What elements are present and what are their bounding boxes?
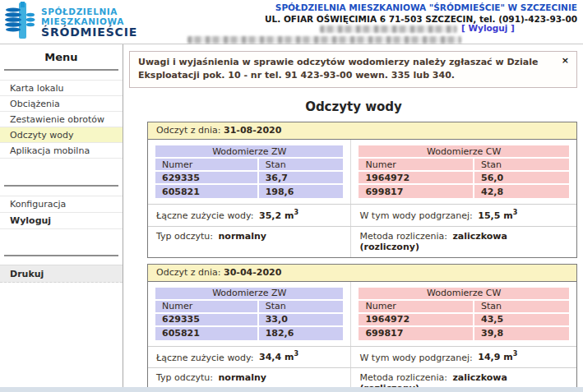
sidebar-divider	[4, 185, 118, 187]
zw-table-title: Wodomierze ZW	[155, 145, 343, 159]
column-header-numer: Numer	[359, 301, 474, 314]
hot-water-meters-table: Wodomierze CW Numer Stan 1964972 56,0 69…	[359, 145, 569, 198]
reading-date-value: 30-04-2020	[224, 267, 281, 278]
meter-number: 1964972	[359, 172, 474, 185]
column-header-stan: Stan	[474, 301, 569, 314]
meter-state: 39,8	[474, 327, 569, 340]
meters-row: Wodomierze ZW Numer Stan 629335 33,0 605…	[148, 282, 576, 346]
meter-number: 605821	[155, 185, 259, 198]
total-usage-label: Łączne zużycie wody:	[156, 352, 254, 362]
reading-card-2020-08-31: Odczyt z dnia: 31-08-2020 Wodomierze ZW …	[147, 122, 577, 258]
close-icon[interactable]: ×	[562, 56, 569, 66]
menu-title: Menu	[0, 44, 123, 63]
usage-summary-row: Łączne zużycie wody: 34,4 m3 W tym wody …	[148, 346, 576, 368]
meter-state: 33,0	[259, 314, 344, 327]
reading-type-label: Typ odczytu:	[156, 372, 213, 383]
meter-state: 43,5	[474, 314, 569, 327]
logo-line3: ŚRÓDMIEŚCIE	[41, 27, 137, 37]
cw-table-title: Wodomierze CW	[359, 145, 569, 159]
reading-date-value: 31-08-2020	[224, 125, 281, 136]
column-header-numer: Numer	[155, 301, 259, 314]
column-header-stan: Stan	[474, 159, 569, 172]
sidebar-item-obciazenia[interactable]: Obciążenia	[0, 96, 123, 112]
meter-state: 198,6	[259, 185, 344, 198]
sidebar-item-wyloguj[interactable]: Wyloguj	[0, 213, 123, 229]
sidebar-item-zestawienie-obrotow[interactable]: Zestawienie obrotów	[0, 112, 123, 127]
meters-row: Wodomierze ZW Numer Stan 629335 36,7 605…	[148, 140, 576, 204]
column-header-stan: Stan	[259, 301, 344, 314]
reading-card-header: Odczyt z dnia: 30-04-2020	[148, 265, 576, 282]
meter-number: 629335	[155, 314, 259, 327]
page-title: Odczyty wody	[124, 99, 583, 114]
heated-water-label: W tym wody podgrzanej:	[359, 210, 472, 221]
sidebar-divider	[4, 255, 118, 256]
reading-card-header: Odczyt z dnia: 31-08-2020	[148, 122, 576, 140]
meter-state: 42,8	[474, 185, 569, 198]
sidebar-item-aplikacja-mobilna[interactable]: Aplikacja mobilna	[0, 143, 123, 159]
sidebar: Menu Karta lokalu Obciążenia Zestawienie…	[0, 44, 123, 387]
redacted-user-name	[320, 25, 457, 33]
menu-list: Karta lokalu Obciążenia Zestawienie obro…	[0, 80, 123, 159]
billing-method-label: Metoda rozliczenia:	[359, 372, 447, 383]
column-header-numer: Numer	[155, 159, 259, 172]
usage-summary-row: Łączne zużycie wody: 35,2 m3 W tym wody …	[148, 204, 576, 226]
meter-number: 699817	[359, 185, 474, 198]
meter-state: 36,7	[259, 172, 344, 185]
sidebar-item-konfiguracja[interactable]: Konfiguracja	[0, 196, 123, 213]
cw-table-title: Wodomierze CW	[359, 288, 569, 301]
logo-text: SPÓŁDZIELNIA MIESZKANIOWA ŚRÓDMIEŚCIE	[41, 7, 137, 37]
menu-list-secondary: Konfiguracja Wyloguj	[0, 196, 123, 229]
main-content: Uwagi i wyjaśnienia w sprawie odczytów w…	[124, 44, 583, 387]
logout-link[interactable]: [ Wyloguj ]	[461, 23, 515, 33]
sidebar-divider	[4, 69, 118, 71]
total-usage-label: Łączne zużycie wody:	[156, 210, 254, 221]
notice-text-line2: 91 423-93-00 wewn. 335 lub 340.	[285, 70, 455, 81]
cold-water-meters-table: Wodomierze ZW Numer Stan 629335 33,0 605…	[155, 288, 343, 340]
meter-state: 56,0	[474, 172, 569, 185]
cooperative-building-logo-icon	[5, 2, 38, 41]
column-header-numer: Numer	[359, 159, 474, 172]
page-header: SPÓŁDZIELNIA MIESZKANIOWA ŚRÓDMIEŚCIE SP…	[0, 0, 583, 44]
reading-card-2020-04-30: Odczyt z dnia: 30-04-2020 Wodomierze ZW …	[147, 264, 577, 392]
reading-date-label: Odczyt z dnia:	[156, 125, 221, 136]
zw-table-title: Wodomierze ZW	[155, 288, 343, 301]
hot-water-meters-table: Wodomierze CW Numer Stan 1964972 43,5 69…	[359, 288, 569, 340]
heated-water-label: W tym wody podgrzanej:	[359, 352, 472, 362]
reading-type-value: normalny	[219, 231, 266, 242]
meter-number: 1964972	[359, 314, 474, 327]
organization-address: UL. OFIAR OŚWIĘCIMIA 6 71-503 SZCZECIN, …	[265, 14, 577, 24]
sidebar-item-odczyty-wody[interactable]: Odczyty wody	[0, 127, 123, 143]
notice-banner: Uwagi i wyjaśnienia w sprawie odczytów w…	[129, 51, 577, 88]
redacted-user-address	[187, 36, 461, 44]
meter-number: 629335	[155, 172, 259, 185]
type-method-row: Typ odczytu: normalny Metoda rozliczenia…	[148, 226, 576, 257]
meter-number: 605821	[155, 327, 259, 340]
window-bottom-edge	[0, 387, 583, 392]
sidebar-item-karta-lokalu[interactable]: Karta lokalu	[0, 81, 123, 96]
reading-date-label: Odczyt z dnia:	[156, 267, 221, 278]
meter-state: 182,6	[259, 327, 344, 340]
logo-line1: SPÓŁDZIELNIA	[41, 7, 137, 16]
print-button[interactable]: Drukuj	[0, 265, 123, 283]
page: SPÓŁDZIELNIA MIESZKANIOWA ŚRÓDMIEŚCIE SP…	[0, 0, 583, 392]
billing-method-label: Metoda rozliczenia:	[359, 231, 447, 242]
readings-list: Odczyt z dnia: 31-08-2020 Wodomierze ZW …	[124, 122, 583, 392]
organization-name: SPÓŁDZIELNIA MIESZKANIOWA "ŚRÓDMIEŚCIE" …	[275, 2, 577, 12]
reading-type-value: normalny	[219, 372, 266, 383]
cold-water-meters-table: Wodomierze ZW Numer Stan 629335 36,7 605…	[155, 145, 343, 198]
column-header-stan: Stan	[259, 159, 344, 172]
meter-number: 699817	[359, 327, 474, 340]
reading-type-label: Typ odczytu:	[156, 231, 213, 242]
